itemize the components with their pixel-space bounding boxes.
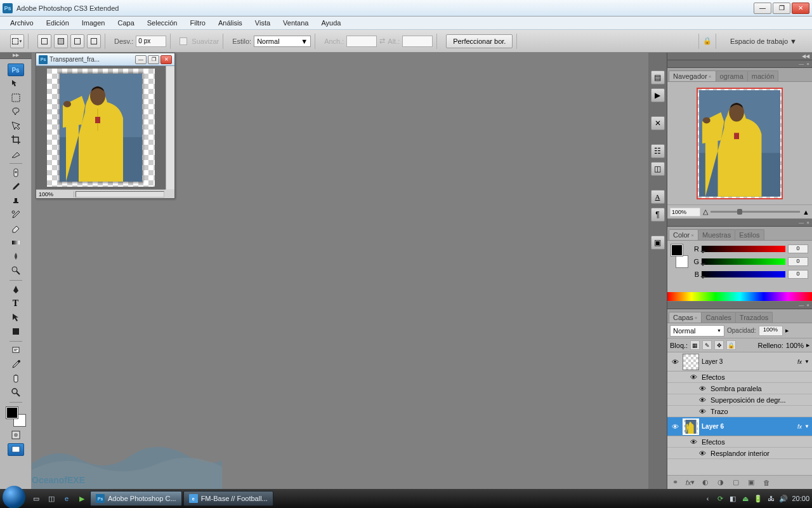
color-spectrum[interactable] (667, 292, 812, 301)
zoom-in-icon[interactable]: ▲ (802, 208, 809, 216)
screen-mode-icon[interactable] (8, 443, 24, 456)
tray-app-icon[interactable]: ◧ (728, 494, 737, 503)
tab-trazados[interactable]: Trazados (735, 312, 773, 323)
delete-layer-icon[interactable]: 🗑 (761, 478, 771, 488)
tab-informacion[interactable]: mación (747, 70, 778, 81)
fx-expand-icon[interactable]: ▼ (804, 359, 809, 364)
visibility-icon[interactable]: 👁 (698, 407, 707, 416)
quick-select-tool-icon[interactable] (8, 119, 24, 132)
selection-new-icon[interactable] (37, 34, 51, 48)
menu-ayuda[interactable]: Ayuda (315, 19, 347, 27)
task-fmbase[interactable]: e FM-Base // Football... (183, 491, 273, 506)
document-scrollbar-vertical[interactable] (166, 66, 174, 189)
paragraph-panel-icon[interactable]: ¶ (651, 208, 665, 222)
marquee-tool-icon[interactable]: ▼ (10, 34, 24, 48)
blur-tool-icon[interactable] (8, 250, 24, 263)
lock-transparency-icon[interactable]: ▦ (690, 340, 700, 350)
visibility-icon[interactable]: 👁 (698, 449, 707, 458)
tab-canales[interactable]: Canales (701, 312, 735, 323)
start-button[interactable] (3, 486, 25, 508)
gradient-tool-icon[interactable] (8, 236, 24, 249)
layers-list[interactable]: 👁 Layer 3 fx ▼ 👁Efectos 👁Sombra paralela… (667, 352, 812, 475)
new-group-icon[interactable]: ▢ (731, 478, 741, 488)
layer-thumbnail[interactable] (683, 418, 699, 435)
menu-filtro[interactable]: Filtro (183, 19, 211, 27)
slice-tool-icon[interactable] (8, 147, 24, 160)
layer-name[interactable]: Layer 6 (702, 423, 795, 430)
effects-row[interactable]: 👁Efectos (667, 371, 812, 383)
zoom-out-icon[interactable]: △ (703, 208, 708, 216)
task-photoshop[interactable]: Ps Adobe Photoshop C... (90, 491, 182, 506)
marquee-tool-icon[interactable] (8, 91, 24, 104)
g-slider[interactable] (702, 258, 785, 265)
b-slider[interactable] (702, 271, 785, 277)
color-panel-fg-swatch[interactable] (671, 244, 683, 256)
channels-icon[interactable]: ◫ (651, 162, 665, 176)
lock-pixels-icon[interactable]: ✎ (702, 340, 712, 350)
link-layers-icon[interactable]: ⚭ (670, 478, 680, 488)
foreground-color-swatch[interactable] (6, 407, 18, 418)
fx-expand-icon[interactable]: ▼ (804, 424, 809, 429)
document-titlebar[interactable]: Ps Transparent_fra... — ❐ ✕ (36, 53, 174, 66)
menu-capa[interactable]: Capa (111, 19, 140, 27)
layer-style-icon[interactable]: fx▾ (685, 478, 695, 488)
layer-mask-icon[interactable]: ◐ (700, 478, 710, 488)
info-panel-icon[interactable]: ▣ (651, 236, 665, 250)
quick-launch-media-icon[interactable]: ▶ (75, 491, 89, 505)
selection-add-icon[interactable] (54, 34, 68, 48)
menu-seleccion[interactable]: Selección (141, 19, 184, 27)
antialias-checkbox[interactable] (180, 37, 187, 45)
panel-collapse-bar[interactable]: ◀◀ (667, 53, 812, 60)
menu-edicion[interactable]: Edición (40, 19, 75, 27)
tray-network2-icon[interactable]: 🖧 (766, 494, 775, 503)
panel-minimize-icon[interactable]: — (799, 302, 804, 308)
r-value[interactable]: 0 (788, 244, 808, 253)
type-tool-icon[interactable]: T (8, 297, 24, 310)
brushes-panel-icon[interactable]: ▤ (651, 70, 665, 84)
crop-tool-icon[interactable] (8, 133, 24, 146)
g-value[interactable]: 0 (788, 257, 808, 266)
maximize-button[interactable] (773, 3, 790, 14)
tray-battery-icon[interactable]: 🔋 (754, 494, 763, 503)
menu-vista[interactable]: Vista (249, 19, 277, 27)
minimize-button[interactable] (754, 3, 771, 14)
pen-tool-icon[interactable] (8, 283, 24, 296)
selection-intersect-icon[interactable] (87, 34, 101, 48)
visibility-icon[interactable]: 👁 (698, 396, 707, 404)
tab-estilos[interactable]: Estilos (735, 229, 764, 240)
doc-maximize-button[interactable]: ❐ (148, 55, 159, 64)
panel-close-icon[interactable]: × (806, 61, 809, 67)
r-slider[interactable] (702, 246, 785, 252)
effect-trazo[interactable]: 👁Trazo (667, 406, 812, 417)
document-scrollbar-horizontal[interactable] (75, 191, 164, 197)
quick-launch-show-desktop-icon[interactable]: ▭ (29, 491, 43, 505)
healing-brush-tool-icon[interactable] (8, 166, 24, 179)
panel-close-icon[interactable]: × (806, 302, 809, 308)
lock-position-icon[interactable]: ✥ (714, 340, 724, 350)
fx-badge[interactable]: fx (797, 424, 802, 430)
color-swatches[interactable] (6, 407, 25, 426)
move-tool-icon[interactable] (8, 77, 24, 90)
layer-name[interactable]: Layer 3 (702, 358, 795, 365)
effect-sombra[interactable]: 👁Sombra paralela (667, 383, 812, 394)
character-panel-icon[interactable]: A (651, 190, 665, 204)
visibility-icon[interactable]: 👁 (670, 422, 680, 432)
menu-imagen[interactable]: Imagen (75, 19, 112, 27)
tray-safely-remove-icon[interactable]: ⏏ (741, 494, 750, 503)
visibility-icon[interactable]: 👁 (689, 373, 698, 382)
notes-tool-icon[interactable] (8, 344, 24, 357)
tool-presets-icon[interactable]: ✕ (651, 116, 665, 130)
doc-minimize-button[interactable]: — (135, 55, 147, 64)
document-zoom[interactable]: 100% (36, 191, 74, 197)
menu-archivo[interactable]: Archivo (4, 19, 40, 27)
navigator-thumbnail[interactable] (697, 88, 783, 199)
navigator-zoom[interactable]: 100% (670, 208, 700, 217)
workspace-dropdown[interactable]: Espacio de trabajo ▼ (725, 35, 802, 48)
opacity-input[interactable]: 100% (759, 326, 783, 336)
fill-input[interactable]: 100% (786, 342, 804, 349)
doc-close-button[interactable]: ✕ (160, 55, 172, 64)
layers2-icon[interactable]: ☷ (651, 144, 665, 158)
lasso-tool-icon[interactable] (8, 105, 24, 118)
effects-row[interactable]: 👁Efectos (667, 436, 812, 448)
navigator-body[interactable] (667, 82, 812, 204)
